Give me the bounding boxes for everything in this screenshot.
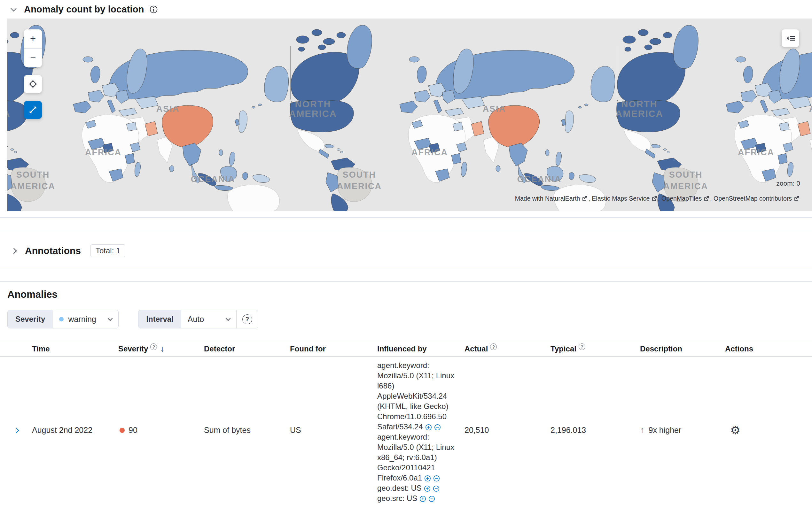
anomalies-title: Anomalies [7,289,812,300]
chevron-down-icon [226,316,231,321]
collapse-legend-button[interactable] [782,29,799,47]
warning-severity-dot [59,317,64,322]
external-link-icon [704,196,709,201]
attribution-link[interactable]: , Elastic Maps Service [588,195,658,202]
filter-for-icon[interactable] [424,485,431,492]
divider [0,231,812,231]
cell-severity: 90 [118,426,204,435]
sort-desc-icon: ↓ [160,344,164,354]
help-icon[interactable]: ? [579,343,585,350]
question-icon: ? [242,314,252,324]
cell-actions: ⚙ [725,425,812,436]
external-link-icon [582,196,587,201]
col-severity[interactable]: Severity ? ↓ [118,344,204,354]
col-typical[interactable]: Typical ? [551,344,640,353]
filter-for-icon[interactable] [419,495,426,502]
col-time[interactable]: Time [32,344,118,353]
col-detector[interactable]: Detector [204,344,290,353]
annotations-total-badge: Total: 1 [90,244,125,257]
interval-filter-label: Interval [138,310,181,328]
cell-actual: 20,510 [464,426,551,435]
cell-detector: Sum of bytes [204,426,290,435]
influencer-entry: geo.src: US [377,494,435,503]
anomalies-filters: Severity warning Interval Auto ? [7,310,812,328]
chevron-down-icon [108,316,113,321]
interval-filter: Interval Auto ? [138,310,258,328]
cell-typical: 2,196.013 [551,426,640,435]
expand-row-button[interactable] [14,427,19,433]
interval-help-button[interactable]: ? [236,310,258,328]
col-found-for[interactable]: Found for [290,344,377,353]
filter-out-icon[interactable] [433,485,440,492]
filter-out-icon[interactable] [434,424,441,431]
severity-select[interactable]: warning [53,310,118,328]
legend-collapse-icon [786,34,795,43]
gear-icon[interactable]: ⚙ [730,425,741,436]
severity-filter: Severity warning [7,310,119,328]
divider [0,281,812,282]
zoom-in-button[interactable]: + [24,29,42,48]
map-attribution: Made with NaturalEarth, Elastic Maps Ser… [515,195,800,202]
help-icon[interactable]: ? [490,343,497,350]
annotations-section-header: Annotations Total: 1 [0,242,812,259]
external-link-icon [651,196,657,201]
attribution-link[interactable]: , OpenMapTiles [658,195,710,202]
info-icon[interactable] [149,5,158,14]
cell-description: ↑ 9x higher [640,425,725,435]
anomaly-map[interactable]: ASIA NORTH AMERICA AFRICA OCEANIA SOUTH … [7,19,812,211]
filter-out-icon[interactable] [433,475,440,482]
influencer-entry: agent.keyword: Mozilla/5.0 (X11; Linux i… [377,361,454,431]
interval-filter-value: Auto [187,315,218,324]
interval-select[interactable]: Auto [181,310,236,328]
attribution-link[interactable]: Made with NaturalEarth [515,195,588,202]
world-map: ASIA NORTH AMERICA AFRICA OCEANIA SOUTH … [7,19,812,211]
external-link-icon [794,196,799,201]
divider [0,268,812,268]
filter-for-icon[interactable] [425,424,432,431]
expand-icon [28,105,38,115]
cell-found-for: US [290,426,377,435]
annotations-title: Annotations [25,245,81,256]
expand-chevron-icon[interactable] [11,248,17,254]
crosshair-icon [28,79,38,89]
influencer-entry: geo.dest: US [377,484,440,492]
severity-filter-value: warning [68,315,99,324]
filter-out-icon[interactable] [428,495,435,502]
help-icon[interactable]: ? [150,343,157,350]
zoom-level-status: zoom: 0 [776,180,800,187]
severity-filter-label: Severity [8,310,53,328]
cell-time: August 2nd 2022 [32,426,118,435]
divider [0,217,812,218]
col-actions: Actions [725,344,812,353]
map-section-header: Anomaly count by location [0,0,812,19]
anomalies-table-header: Time Severity ? ↓ Detector Found for Inf… [0,341,812,357]
influenced-by-list: agent.keyword: Mozilla/5.0 (X11; Linux i… [377,357,459,504]
filter-for-icon[interactable] [424,475,431,482]
arrow-up-icon: ↑ [640,425,644,435]
influencer-entry: agent.keyword: Mozilla/5.0 (X11; Linux x… [377,432,454,482]
expand-map-button[interactable] [24,101,42,119]
critical-severity-dot [120,428,125,433]
map-zoom-controls: + − [24,29,42,67]
map-section-title: Anomaly count by location [24,4,144,15]
col-description[interactable]: Description [640,344,725,353]
col-actual[interactable]: Actual ? [464,344,551,353]
anomaly-table-row: August 2nd 2022 90 Sum of bytes US agent… [0,357,812,504]
anomalies-table: Time Severity ? ↓ Detector Found for Inf… [0,341,812,504]
attribution-link[interactable]: , OpenStreetMap contributors [710,195,800,202]
fit-to-data-button[interactable] [24,75,42,93]
collapse-chevron-icon[interactable] [10,5,16,11]
zoom-out-button[interactable]: − [24,48,42,67]
col-influenced-by[interactable]: Influenced by [377,344,464,353]
